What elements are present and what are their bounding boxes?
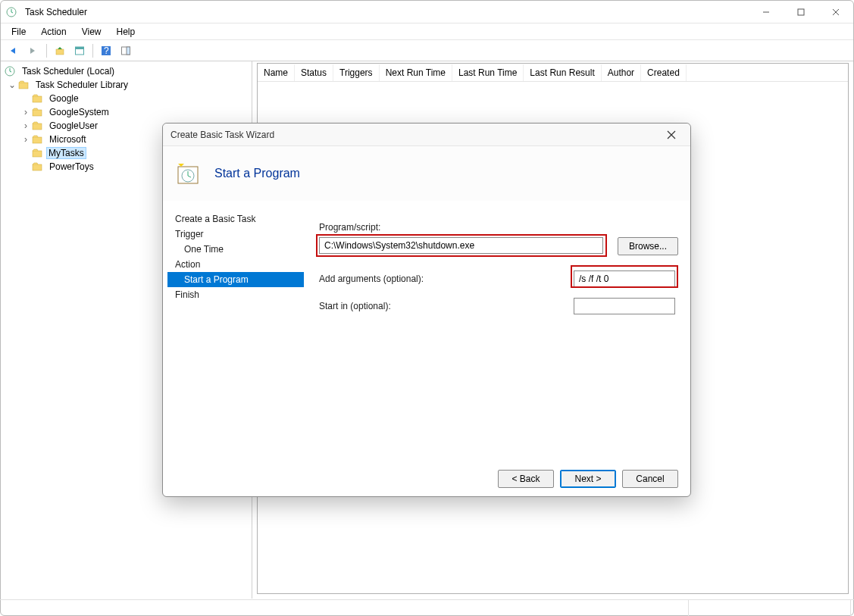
wizard-header-title: Start a Program	[214, 167, 300, 180]
window-maximize-button[interactable]	[784, 1, 818, 23]
menu-help[interactable]: Help	[109, 24, 143, 39]
svg-rect-4	[76, 47, 84, 49]
add-arguments-input[interactable]	[574, 270, 675, 287]
toolbar-help-button[interactable]: ?	[98, 42, 114, 59]
wizard-icon	[175, 161, 201, 186]
wizard-step-trigger-onetime[interactable]: One Time	[167, 242, 307, 257]
program-script-input[interactable]	[319, 237, 603, 254]
browse-button[interactable]: Browse...	[618, 237, 678, 255]
wizard-back-button[interactable]: < Back	[498, 470, 554, 488]
menubar: File Action View Help	[1, 23, 853, 40]
toolbar-panel-button[interactable]	[117, 42, 134, 59]
menu-file[interactable]: File	[4, 24, 33, 39]
create-basic-task-wizard-dialog: Create Basic Task Wizard Start a Program…	[162, 123, 691, 497]
tree-item-microsoft[interactable]: Microsoft	[46, 133, 89, 145]
menu-view[interactable]: View	[74, 24, 109, 39]
tree-item-googlesystem[interactable]: GoogleSystem	[46, 106, 112, 118]
toolbar-up-button[interactable]	[52, 42, 68, 59]
svg-rect-16	[33, 164, 42, 170]
svg-rect-8	[127, 47, 130, 55]
library-icon	[17, 79, 30, 91]
column-last-run-time[interactable]: Last Run Time	[452, 64, 524, 81]
svg-rect-12	[33, 110, 42, 116]
window-titlebar: Task Scheduler	[1, 1, 853, 23]
wizard-step-action[interactable]: Action	[167, 257, 307, 272]
menu-action[interactable]: Action	[33, 24, 74, 39]
start-in-label: Start in (optional):	[319, 301, 574, 311]
svg-rect-2	[56, 49, 64, 55]
tree-item-powertoys[interactable]: PowerToys	[46, 161, 97, 173]
folder-icon	[31, 120, 43, 132]
svg-rect-15	[33, 151, 42, 157]
clock-icon	[4, 65, 16, 77]
folder-icon	[31, 92, 43, 105]
column-triggers[interactable]: Triggers	[333, 64, 380, 81]
column-author[interactable]: Author	[602, 64, 641, 81]
svg-rect-13	[33, 124, 42, 130]
wizard-step-finish[interactable]: Finish	[167, 287, 307, 302]
toolbar-properties-button[interactable]	[71, 42, 88, 59]
statusbar	[0, 599, 854, 616]
nav-forward-button[interactable]	[25, 42, 42, 59]
tree-item-mytasks[interactable]: MyTasks	[46, 147, 86, 159]
column-created[interactable]: Created	[641, 64, 687, 81]
column-next-run-time[interactable]: Next Run Time	[380, 64, 452, 81]
task-list-header: NameStatusTriggersNext Run TimeLast Run …	[258, 64, 848, 82]
tree-item-googleuser[interactable]: GoogleUser	[46, 120, 101, 132]
svg-rect-11	[33, 96, 42, 102]
app-icon	[5, 6, 17, 18]
tree-library[interactable]: Task Scheduler Library	[33, 79, 131, 91]
dialog-title: Create Basic Task Wizard	[170, 130, 274, 140]
program-script-label: Program/script:	[319, 222, 678, 233]
nav-back-button[interactable]	[5, 42, 22, 59]
add-arguments-label: Add arguments (optional):	[319, 274, 574, 284]
dialog-close-button[interactable]	[660, 124, 683, 146]
column-last-run-result[interactable]: Last Run Result	[524, 64, 601, 81]
tree-item-google[interactable]: Google	[46, 92, 82, 105]
svg-rect-1	[798, 9, 804, 15]
tree-toggle[interactable]: ›	[20, 107, 31, 117]
column-name[interactable]: Name	[258, 64, 295, 81]
folder-icon	[31, 133, 43, 145]
wizard-nav: Create a Basic Task Trigger One Time Act…	[163, 201, 307, 461]
folder-icon	[31, 147, 43, 159]
toolbar: ?	[1, 40, 853, 61]
tree-root[interactable]: Task Scheduler (Local)	[19, 65, 117, 77]
window-title: Task Scheduler	[25, 7, 87, 17]
tree-toggle[interactable]: ›	[20, 134, 31, 145]
wizard-cancel-button[interactable]: Cancel	[622, 470, 678, 488]
tree-toggle-library[interactable]: ⌄	[7, 80, 17, 90]
column-status[interactable]: Status	[295, 64, 333, 81]
wizard-next-button[interactable]: Next >	[560, 470, 616, 488]
window-close-button[interactable]	[818, 1, 853, 23]
wizard-step-start-program[interactable]: Start a Program	[167, 272, 304, 287]
tree-toggle[interactable]: ›	[20, 120, 31, 131]
svg-rect-10	[19, 83, 28, 89]
svg-text:?: ?	[104, 45, 109, 56]
wizard-step-trigger[interactable]: Trigger	[167, 227, 307, 242]
folder-icon	[31, 106, 43, 118]
start-in-input[interactable]	[574, 298, 675, 314]
window-minimize-button[interactable]	[749, 1, 784, 23]
svg-rect-14	[33, 137, 42, 143]
folder-icon	[31, 161, 43, 173]
wizard-step-create[interactable]: Create a Basic Task	[167, 211, 307, 227]
